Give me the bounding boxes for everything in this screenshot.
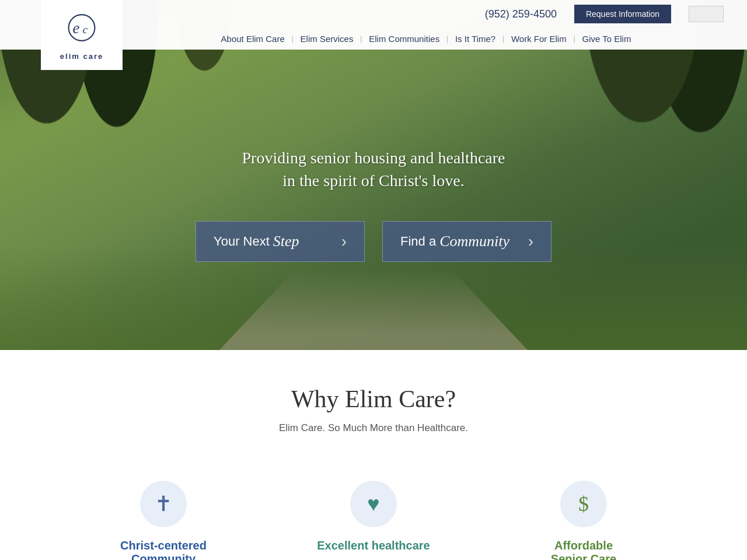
logo-area[interactable]: e c elim care	[41, 0, 123, 70]
logo-text: elim care	[60, 52, 103, 61]
card-christ-centered: ✝ Christ-centeredCommunity	[58, 469, 268, 560]
card-icon-healthcare: ♥	[350, 481, 397, 527]
hero-tagline: Providing senior housing and healthcare …	[242, 146, 505, 192]
nav-services[interactable]: Elim Services	[294, 34, 361, 44]
card-title-christ: Christ-centeredCommunity	[76, 539, 251, 560]
nav-communities[interactable]: Elim Communities	[362, 34, 446, 44]
search-input[interactable]	[689, 6, 724, 22]
nav-work[interactable]: Work For Elim	[504, 34, 574, 44]
card-icon-christ: ✝	[140, 481, 187, 527]
card-healthcare: ♥ Excellent healthcare	[268, 469, 479, 560]
hero-tagline-line1: Providing senior housing and healthcare	[242, 149, 505, 167]
why-section: Why Elim Care? Elim Care. So Much More t…	[0, 350, 747, 560]
next-step-prefix: Your Next	[214, 234, 270, 249]
find-script: Community	[439, 233, 509, 250]
card-title-healthcare: Excellent healthcare	[286, 539, 461, 552]
next-step-script: Step	[273, 233, 299, 250]
next-step-label: Your Next Step	[214, 233, 299, 250]
find-community-chevron-icon: ›	[528, 232, 533, 251]
next-step-chevron-icon: ›	[341, 232, 347, 251]
nav-give[interactable]: Give To Elim	[575, 34, 638, 44]
elim-care-logo-icon: e c	[61, 9, 102, 50]
find-prefix: Find a	[400, 234, 436, 249]
phone-number: (952) 259-4500	[485, 8, 557, 20]
find-community-button[interactable]: Find a Community ›	[382, 221, 551, 262]
svg-text:e: e	[73, 19, 80, 37]
request-info-button[interactable]: Request Information	[574, 5, 671, 23]
next-step-button[interactable]: Your Next Step ›	[196, 221, 365, 262]
why-title: Why Elim Care?	[23, 385, 724, 413]
why-subtitle: Elim Care. So Much More than Healthcare.	[23, 422, 724, 434]
cards-row: ✝ Christ-centeredCommunity ♥ Excellent h…	[23, 469, 724, 560]
svg-text:c: c	[82, 23, 88, 36]
nav-is-it-time[interactable]: Is It Time?	[448, 34, 502, 44]
logo-circle: e c elim care	[53, 6, 111, 64]
card-icon-affordable: $	[560, 481, 607, 527]
nav-about[interactable]: About Elim Care	[214, 34, 292, 44]
card-affordable: $ AffordableSenior Care	[479, 469, 689, 560]
hero-buttons: Your Next Step › Find a Community ›	[196, 221, 551, 262]
card-title-affordable: AffordableSenior Care	[496, 539, 671, 560]
find-community-label: Find a Community	[400, 233, 509, 250]
hero-tagline-line2: in the spirit of Christ's love.	[282, 172, 464, 190]
